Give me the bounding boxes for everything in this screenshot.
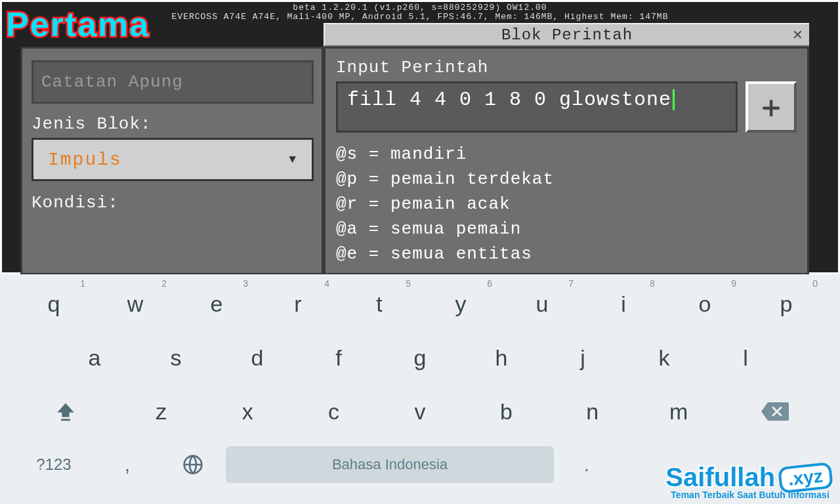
keyboard-row-2: a s d f g h j k l bbox=[0, 331, 840, 385]
key-b[interactable]: b bbox=[463, 385, 549, 438]
key-m[interactable]: m bbox=[636, 385, 722, 438]
backspace-icon bbox=[760, 401, 789, 422]
watermark-name: Saifullah bbox=[665, 463, 775, 492]
key-h[interactable]: h bbox=[461, 331, 542, 385]
add-button[interactable]: ＋ bbox=[746, 81, 797, 133]
help-line: @a = semua pemain bbox=[336, 217, 797, 242]
command-input[interactable]: fill 4 4 0 1 8 0 glowstone bbox=[336, 81, 738, 133]
selector-help: @s = mandiri @p = pemain terdekat @r = p… bbox=[336, 142, 797, 266]
shift-icon bbox=[54, 400, 77, 423]
globe-icon bbox=[182, 454, 203, 475]
key-comma[interactable]: , bbox=[94, 438, 160, 491]
key-g[interactable]: g bbox=[379, 331, 461, 385]
dialog-title-bar: Blok Perintah bbox=[324, 23, 809, 47]
watermark-suffix: .xyz bbox=[778, 461, 833, 493]
key-k[interactable]: k bbox=[623, 331, 705, 385]
key-y[interactable]: y6 bbox=[420, 277, 501, 331]
left-panel: Catatan Apung Jenis Blok: Impuls ▼ Kondi… bbox=[20, 47, 324, 275]
spacebar-label: Bahasa Indonesia bbox=[332, 456, 448, 473]
key-period[interactable]: . bbox=[554, 438, 620, 491]
watermark-tagline: Teman Terbaik Saat Butuh Informasi bbox=[665, 490, 832, 500]
key-language[interactable] bbox=[160, 438, 226, 491]
key-v[interactable]: v bbox=[377, 385, 463, 438]
text-cursor bbox=[673, 89, 675, 110]
key-e[interactable]: e3 bbox=[176, 277, 257, 331]
key-w[interactable]: w2 bbox=[94, 277, 176, 331]
block-type-value: Impuls bbox=[48, 150, 122, 170]
key-a[interactable]: a bbox=[54, 331, 135, 385]
keyboard-row-3: z x c v b n m bbox=[0, 385, 840, 438]
condition-label: Kondisi: bbox=[32, 193, 312, 213]
key-z[interactable]: z bbox=[118, 385, 204, 438]
key-i[interactable]: i8 bbox=[583, 277, 664, 331]
key-x[interactable]: x bbox=[204, 385, 290, 438]
hover-note-input[interactable]: Catatan Apung bbox=[32, 60, 314, 104]
key-n[interactable]: n bbox=[549, 385, 635, 438]
block-type-dropdown[interactable]: Impuls ▼ bbox=[32, 138, 314, 181]
game-window: beta 1.2.20.1 (v1.p260, s=880252929) OW1… bbox=[0, 0, 840, 274]
key-backspace[interactable] bbox=[722, 385, 827, 438]
key-p[interactable]: p0 bbox=[746, 277, 827, 331]
key-d[interactable]: d bbox=[217, 331, 298, 385]
key-s[interactable]: s bbox=[135, 331, 217, 385]
key-u[interactable]: u7 bbox=[501, 277, 583, 331]
svg-rect-0 bbox=[61, 419, 70, 421]
key-c[interactable]: c bbox=[291, 385, 377, 438]
key-t[interactable]: t5 bbox=[339, 277, 420, 331]
help-line: @s = mandiri bbox=[336, 142, 797, 167]
hover-note-placeholder: Catatan Apung bbox=[41, 72, 183, 92]
right-panel: Input Perintah fill 4 4 0 1 8 0 glowston… bbox=[324, 47, 809, 275]
keyboard-row-1: q1 w2 e3 r4 t5 y6 u7 i8 o9 p0 bbox=[0, 277, 840, 331]
plus-icon: ＋ bbox=[756, 87, 786, 127]
key-symbols[interactable]: ?123 bbox=[13, 438, 94, 491]
chevron-down-icon: ▼ bbox=[289, 153, 297, 166]
watermark: Saifullah .xyz Teman Terbaik Saat Butuh … bbox=[665, 463, 832, 500]
command-input-label: Input Perintah bbox=[336, 58, 797, 77]
overlay-title: Pertama bbox=[6, 5, 150, 44]
block-type-label: Jenis Blok: bbox=[32, 114, 312, 134]
help-line: @r = pemain acak bbox=[336, 192, 797, 217]
key-r[interactable]: r4 bbox=[257, 277, 339, 331]
close-button[interactable]: ✕ bbox=[786, 23, 809, 47]
key-q[interactable]: q1 bbox=[13, 277, 94, 331]
key-j[interactable]: j bbox=[542, 331, 623, 385]
key-f[interactable]: f bbox=[298, 331, 379, 385]
key-spacebar[interactable]: Bahasa Indonesia bbox=[226, 446, 554, 483]
key-o[interactable]: o9 bbox=[664, 277, 746, 331]
help-line: @e = semua entitas bbox=[336, 242, 797, 266]
dialog-title-text: Blok Perintah bbox=[501, 26, 633, 44]
key-l[interactable]: l bbox=[705, 331, 786, 385]
command-input-value: fill 4 4 0 1 8 0 glowstone bbox=[347, 89, 671, 111]
help-line: @p = pemain terdekat bbox=[336, 167, 797, 192]
key-shift[interactable] bbox=[13, 385, 118, 438]
